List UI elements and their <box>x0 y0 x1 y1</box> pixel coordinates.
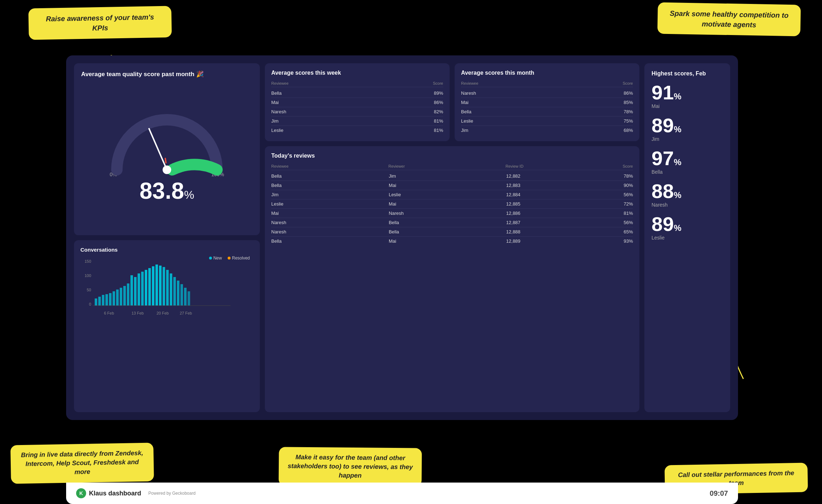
callout-bottom-left: Bring in live data directly from Zendesk… <box>10 443 154 484</box>
table-row: Bella78% <box>461 107 633 117</box>
scores-month-header: Reviewee Score <box>461 80 633 87</box>
conv-legend: New Resolved <box>209 256 250 261</box>
list-item: 88% Naresh <box>652 181 723 208</box>
svg-rect-27 <box>166 270 169 306</box>
logo-icon: K <box>76 488 86 498</box>
table-row: Naresh86% <box>461 89 633 98</box>
table-row: Naresh82% <box>271 107 443 117</box>
list-item: 91% Mai <box>652 83 723 109</box>
gauge-panel: Average team quality score past month 🎉 <box>74 63 260 235</box>
svg-rect-19 <box>138 273 140 306</box>
svg-rect-32 <box>184 288 187 306</box>
scores-month-panel: Average scores this month Reviewee Score… <box>455 63 639 141</box>
powered-by: Powered by Geckoboard <box>148 491 195 496</box>
conversations-panel: Conversations New Resolved 150 100 50 0 <box>74 240 260 412</box>
highest-scores-panel: Highest scores, Feb 91% Mai 89% Jim 97% … <box>644 63 730 412</box>
list-item: 97% Bella <box>652 148 723 175</box>
svg-rect-12 <box>113 291 115 306</box>
svg-rect-30 <box>177 281 179 306</box>
table-row: BellaMai12,88993% <box>271 237 633 246</box>
svg-text:50: 50 <box>87 288 91 292</box>
svg-rect-9 <box>102 295 104 306</box>
table-row: Bella89% <box>271 89 443 98</box>
gauge-title: Average team quality score past month 🎉 <box>81 70 253 78</box>
brand-name: Klaus dashboard <box>89 490 141 497</box>
scores-week-rows: Bella89%Mai86%Naresh82%Jim81%Leslie81% <box>271 89 443 135</box>
legend-new-dot <box>209 257 212 260</box>
svg-rect-29 <box>173 277 176 306</box>
bar-chart: 150 100 50 0 <box>80 256 245 323</box>
callout-top-left: Raise awareness of your team's KPIs <box>28 6 172 40</box>
footer-bar: K Klaus dashboard Powered by Geckoboard … <box>66 483 738 504</box>
svg-rect-17 <box>130 275 133 306</box>
table-row: Leslie75% <box>461 117 633 126</box>
svg-point-1 <box>163 165 171 174</box>
svg-rect-23 <box>152 266 154 306</box>
svg-rect-31 <box>180 284 183 306</box>
dashboard: Average team quality score past month 🎉 <box>66 55 738 420</box>
scores-month-title: Average scores this month <box>461 70 633 76</box>
svg-rect-25 <box>159 266 162 306</box>
legend-resolved: Resolved <box>228 256 250 261</box>
list-item: 89% Leslie <box>652 214 723 241</box>
conv-title: Conversations <box>80 247 253 253</box>
table-row: BellaMai12,88390% <box>271 181 633 190</box>
table-row: Jim68% <box>461 126 633 135</box>
table-row: Mai86% <box>271 98 443 107</box>
svg-text:27 Feb: 27 Feb <box>180 311 192 315</box>
callout-bottom-mid: Make it easy for the team (and other sta… <box>279 447 422 487</box>
conv-chart: New Resolved 150 100 50 0 <box>80 256 253 327</box>
middle-column: Average scores this week Reviewee Score … <box>265 63 639 412</box>
reviews-title: Today's reviews <box>271 153 633 159</box>
svg-rect-21 <box>145 270 147 306</box>
svg-rect-10 <box>105 294 108 306</box>
table-row: NareshBella12,88865% <box>271 227 633 237</box>
svg-rect-8 <box>98 297 101 306</box>
reviews-rows: BellaJim12,88278%BellaMai12,88390%JimLes… <box>271 172 633 246</box>
svg-rect-26 <box>163 267 165 306</box>
footer-time: 09:07 <box>710 489 728 498</box>
svg-rect-18 <box>134 277 137 306</box>
svg-text:0: 0 <box>89 302 91 306</box>
svg-text:100: 100 <box>85 273 91 278</box>
svg-text:20 Feb: 20 Feb <box>157 311 169 315</box>
gauge-container: 0% 100% 83.8% <box>81 81 253 228</box>
list-item: 89% Jim <box>652 115 723 142</box>
legend-new: New <box>209 256 222 261</box>
scores-week-header: Reviewee Score <box>271 80 443 87</box>
table-row: MaiNaresh12,88681% <box>271 209 633 218</box>
table-row: Mai85% <box>461 98 633 107</box>
scores-week-title: Average scores this week <box>271 70 443 76</box>
table-row: LeslieMai12,88572% <box>271 199 633 209</box>
svg-text:6 Feb: 6 Feb <box>104 311 114 315</box>
svg-rect-22 <box>148 268 151 306</box>
svg-line-0 <box>149 129 167 170</box>
svg-text:13 Feb: 13 Feb <box>132 311 144 315</box>
callout-top-right: Spark some healthy competition to motiva… <box>657 3 801 36</box>
svg-rect-7 <box>95 298 97 306</box>
svg-rect-14 <box>120 288 122 306</box>
svg-rect-28 <box>170 273 172 306</box>
svg-rect-16 <box>127 283 129 306</box>
hs-title: Highest scores, Feb <box>652 70 723 77</box>
scores-week-panel: Average scores this week Reviewee Score … <box>265 63 450 141</box>
svg-rect-11 <box>109 293 112 306</box>
svg-rect-33 <box>188 291 190 306</box>
legend-resolved-dot <box>228 257 231 260</box>
svg-rect-20 <box>141 272 144 306</box>
hs-items: 91% Mai 89% Jim 97% Bella 88% Naresh 89%… <box>652 83 723 241</box>
svg-rect-13 <box>116 290 119 306</box>
table-row: JimLeslie12,88456% <box>271 190 633 199</box>
mid-top: Average scores this week Reviewee Score … <box>265 63 639 141</box>
table-row: Leslie81% <box>271 126 443 135</box>
svg-line-2 <box>165 158 166 163</box>
table-row: Jim81% <box>271 117 443 126</box>
footer-brand: K Klaus dashboard Powered by Geckoboard <box>76 488 195 498</box>
svg-rect-15 <box>123 286 126 306</box>
table-row: NareshBella12,88756% <box>271 218 633 227</box>
table-row: BellaJim12,88278% <box>271 172 633 181</box>
reviews-panel: Today's reviews Reviewee Reviewer Review… <box>265 146 639 412</box>
gauge-score: 83.8% <box>139 179 194 202</box>
svg-text:150: 150 <box>85 259 91 263</box>
scores-month-rows: Naresh86%Mai85%Bella78%Leslie75%Jim68% <box>461 89 633 135</box>
